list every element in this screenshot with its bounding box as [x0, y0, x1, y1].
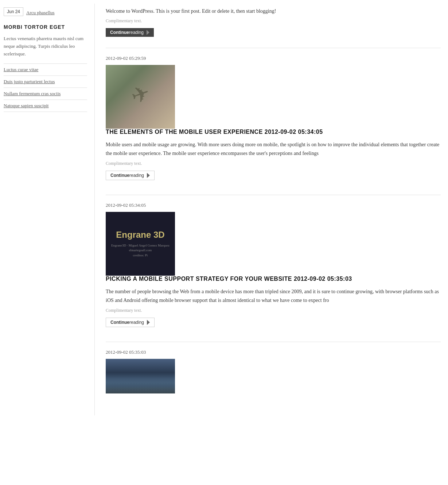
article-1-comp-text: Complimentary text.	[106, 161, 441, 166]
article-1-heading: THE ELEMENTS OF THE MOBILE USER EXPERIEN…	[106, 129, 441, 135]
sidebar-nav: Luctus curae vitae Duis justo parturient…	[4, 63, 87, 112]
continue-label-1: Continue	[110, 30, 129, 35]
divider-3	[106, 342, 441, 342]
engrane-title: Engrane 3D	[116, 230, 164, 240]
article-mobile-strategy: 2012-09-02 05:34:05 Engrane 3D Engrane3D…	[106, 202, 441, 327]
welcome-text: Welcome to WordPress. This is your first…	[106, 7, 441, 15]
article-1-timestamp: 2012-09-02 05:29:59	[106, 55, 441, 61]
sidebar-author-link[interactable]: Arcu phasellus	[26, 10, 55, 16]
article-1-image	[106, 65, 175, 129]
engrane-line2: elmartegoall.com	[111, 248, 170, 253]
article-2-body: The number of people browsing the Web fr…	[106, 287, 441, 305]
engrane-credits: Engrane3D · Miguel Angel Gomez Marquez e…	[111, 243, 170, 258]
first-article: Welcome to WordPress. This is your first…	[106, 7, 441, 37]
article-1-continue-reading-button[interactable]: Continue reading	[106, 171, 155, 180]
sidebar-date-row: Jun 24 Arcu phasellus	[4, 7, 87, 18]
reading-label-1: reading	[129, 30, 144, 35]
main-content: Welcome to WordPress. This is your first…	[95, 4, 448, 415]
article-mobile-ux: 2012-09-02 05:29:59 THE ELEMENTS OF THE …	[106, 55, 441, 180]
engrane-line3: creditos: Pi	[111, 253, 170, 258]
sidebar-link-2[interactable]: Duis justo parturient lectus	[4, 76, 87, 88]
article-2-image: Engrane 3D Engrane3D · Miguel Angel Gome…	[106, 212, 175, 276]
sidebar: Jun 24 Arcu phasellus MORBI TORTOR EGET …	[0, 4, 95, 415]
article-2-continue-reading-button[interactable]: Continue reading	[106, 318, 155, 327]
article-3-image	[106, 359, 175, 393]
article-2-comp-text: Complimentary text.	[106, 308, 441, 313]
article-partial: 2012-09-02 05:35:03	[106, 349, 441, 393]
reading-label-2: reading	[129, 173, 144, 178]
article-1-body: Mobile users and mobile usage are growin…	[106, 140, 441, 158]
continue-label-3: Continue	[110, 320, 129, 325]
engrane-line1: Engrane3D · Miguel Angel Gomez Marquez	[111, 243, 170, 248]
article-2-timestamp: 2012-09-02 05:34:05	[106, 202, 441, 208]
sidebar-date-badge: Jun 24	[4, 7, 23, 16]
sidebar-section-title: MORBI TORTOR EGET	[4, 24, 87, 30]
divider-1	[106, 48, 441, 48]
sidebar-link-4[interactable]: Natoque sapien suscipit	[4, 100, 87, 112]
sidebar-link-3[interactable]: Nullam fermentum cras sociis	[4, 88, 87, 100]
first-continue-reading-button[interactable]: Continue reading	[106, 28, 154, 37]
sidebar-link-1[interactable]: Luctus curae vitae	[4, 63, 87, 76]
sidebar-body-text: Lectus venenatis pharetra mauris nisl cu…	[4, 35, 87, 58]
reading-label-3: reading	[129, 320, 144, 325]
article-2-heading: PICKING A MOBILE SUPPORT STRATEGY FOR YO…	[106, 276, 441, 282]
article-3-timestamp: 2012-09-02 05:35:03	[106, 349, 441, 355]
divider-2	[106, 195, 441, 195]
first-comp-text: Complimentary text.	[106, 18, 441, 24]
continue-label-2: Continue	[110, 173, 129, 178]
